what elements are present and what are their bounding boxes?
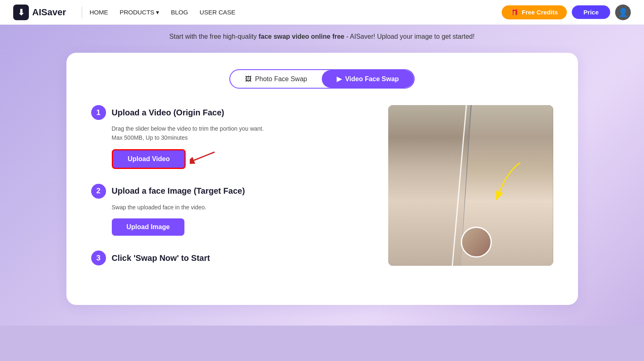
- preview-column: [388, 105, 553, 266]
- nav-divider: [82, 7, 82, 18]
- upload-video-button[interactable]: Upload Video: [112, 149, 186, 169]
- brand-name: AISaver: [32, 7, 66, 18]
- chevron-down-icon: ▾: [156, 9, 159, 16]
- navbar: ⬇ AISaver HOME PRODUCTS ▾ BLOG USER CASE…: [0, 0, 644, 25]
- user-avatar-button[interactable]: 👤: [615, 5, 631, 20]
- photo-icon: 🖼: [245, 75, 252, 83]
- free-credits-button[interactable]: 🎁 Free Credits: [502, 5, 567, 19]
- nav-products[interactable]: PRODUCTS ▾: [120, 9, 159, 16]
- step-2-header: 2 Upload a face Image (Target Face): [91, 184, 363, 199]
- step-2-number: 2: [91, 184, 106, 199]
- preview-left-face: [388, 105, 471, 266]
- tab-video-face-swap[interactable]: ▶ Video Face Swap: [322, 70, 413, 88]
- hero-section: Start with the free high-quality face sw…: [0, 25, 644, 326]
- hero-subtitle: Start with the free high-quality face sw…: [170, 33, 475, 40]
- svg-line-1: [194, 152, 215, 160]
- preview-image: [388, 105, 553, 266]
- nav-user-case[interactable]: USER CASE: [200, 9, 236, 16]
- price-button[interactable]: Price: [572, 5, 610, 19]
- brand-logo[interactable]: ⬇ AISaver: [13, 5, 66, 20]
- arrow-icon: [190, 150, 219, 166]
- step-1-title: Upload a Video (Origin Face): [112, 108, 224, 117]
- main-card: 🖼 Photo Face Swap ▶ Video Face Swap 1 Up…: [66, 53, 578, 305]
- tabs-container: 🖼 Photo Face Swap ▶ Video Face Swap: [229, 69, 415, 89]
- step-3-title: Click 'Swap Now' to Start: [112, 253, 210, 263]
- step-3-header: 3 Click 'Swap Now' to Start: [91, 251, 363, 265]
- logo-icon: ⬇: [13, 5, 29, 20]
- step-1-desc: Drag the slider below the video to trim …: [112, 124, 363, 143]
- step-2-title: Upload a face Image (Target Face): [112, 186, 245, 196]
- step-1-number: 1: [91, 105, 106, 120]
- step-2-desc: Swap the uploaded face in the video.: [112, 203, 363, 212]
- step-1-block: 1 Upload a Video (Origin Face) Drag the …: [91, 105, 363, 169]
- upload-image-button[interactable]: Upload Image: [112, 218, 185, 236]
- nav-right: 🎁 Free Credits Price 👤: [502, 5, 631, 20]
- preview-canvas: [388, 105, 553, 266]
- step-3-number: 3: [91, 251, 106, 265]
- user-icon: 👤: [618, 7, 628, 17]
- nav-blog[interactable]: BLOG: [171, 9, 188, 16]
- face-thumbnail: [461, 227, 492, 258]
- steps-column: 1 Upload a Video (Origin Face) Drag the …: [91, 105, 363, 280]
- step-3-block: 3 Click 'Swap Now' to Start: [91, 251, 363, 265]
- step-2-block: 2 Upload a face Image (Target Face) Swap…: [91, 184, 363, 236]
- step-1-button-wrap: Upload Video: [112, 149, 186, 169]
- step-1-header: 1 Upload a Video (Origin Face): [91, 105, 363, 120]
- video-icon: ▶: [337, 75, 342, 83]
- tab-photo-face-swap[interactable]: 🖼 Photo Face Swap: [230, 70, 322, 88]
- tabs-row: 🖼 Photo Face Swap ▶ Video Face Swap: [91, 69, 553, 89]
- content-area: 1 Upload a Video (Origin Face) Drag the …: [91, 105, 553, 280]
- step-2-button-wrap: Upload Image: [112, 218, 185, 236]
- nav-home[interactable]: HOME: [90, 9, 108, 16]
- nav-links: HOME PRODUCTS ▾ BLOG USER CASE: [90, 9, 502, 16]
- arrow-annotation: [190, 150, 219, 168]
- yellow-annotation-arrow: [491, 159, 528, 200]
- gift-icon: 🎁: [511, 9, 519, 16]
